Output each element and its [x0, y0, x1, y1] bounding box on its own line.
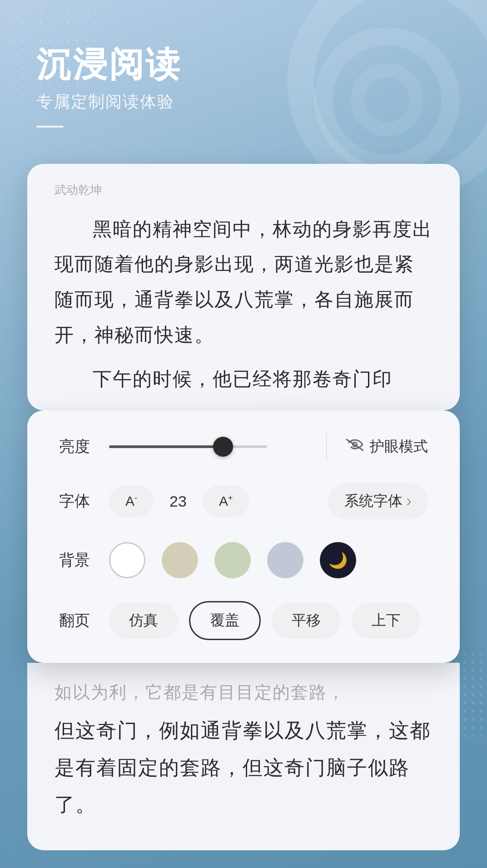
font-decrease-icon: A- — [125, 493, 137, 509]
eye-mode-control[interactable]: 护眼模式 — [345, 437, 428, 457]
bg-option-beige[interactable] — [162, 542, 198, 578]
brightness-row: 亮度 护眼模式 — [59, 433, 428, 460]
brightness-slider-wrapper[interactable] — [109, 445, 290, 448]
divider-line — [326, 433, 327, 460]
background-row: 背景 🌙 — [59, 542, 428, 578]
page-turn-row: 翻页 仿真 覆盖 平移 上下 — [59, 601, 428, 640]
header-section: 沉浸阅读 专属定制阅读体验 — [0, 0, 487, 155]
font-label: 字体 — [59, 491, 109, 512]
bg-option-white[interactable] — [109, 542, 145, 578]
brightness-label: 亮度 — [59, 436, 109, 457]
book-content-bottom: 如以为利，它都是有目目定的套路， 但这奇门，例如通背拳以及八荒掌，这都是有着固定… — [55, 676, 432, 823]
bg-option-blue[interactable] — [267, 542, 303, 578]
background-options: 🌙 — [109, 542, 428, 578]
background-label: 背景 — [59, 550, 109, 571]
font-family-button[interactable]: 系统字体 › — [328, 483, 428, 519]
font-family-arrow-icon: › — [406, 492, 412, 511]
bg-option-green[interactable] — [214, 542, 251, 578]
reading-card-top: 武动乾坤 黑暗的精神空间中，林动的身影再度出现而随着他的身影出现，两道光影也是紧… — [27, 164, 460, 410]
bg-option-dark[interactable]: 🌙 — [320, 542, 356, 578]
font-increase-button[interactable]: A+ — [203, 485, 249, 517]
page-turn-scroll[interactable]: 上下 — [352, 602, 421, 639]
font-controls: A- 23 A+ 系统字体 › — [109, 483, 428, 519]
settings-panel: 亮度 护眼模式 — [27, 410, 460, 663]
slider-fill — [109, 445, 223, 448]
wave-decoration — [27, 850, 460, 868]
eye-mode-label: 护眼模式 — [370, 437, 428, 457]
slider-thumb[interactable] — [213, 437, 233, 457]
page-turn-options: 仿真 覆盖 平移 上下 — [109, 601, 428, 640]
title-divider — [36, 126, 64, 128]
font-family-label: 系统字体 — [344, 491, 403, 511]
moon-icon: 🌙 — [328, 551, 348, 569]
page-turn-slide[interactable]: 平移 — [272, 602, 341, 639]
slider-track[interactable] — [109, 445, 267, 448]
font-row: 字体 A- 23 A+ 系统字体 › — [59, 483, 428, 519]
book-title: 武动乾坤 — [55, 182, 432, 198]
page-turn-label: 翻页 — [59, 610, 109, 631]
font-decrease-button[interactable]: A- — [109, 485, 154, 517]
eye-icon — [345, 438, 364, 455]
font-size-display: 23 — [164, 493, 192, 510]
book-content-top: 黑暗的精神空间中，林动的身影再度出现而随着他的身影出现，两道光影也是紧随而现，通… — [55, 212, 432, 397]
reading-card-bottom: 如以为利，它都是有目目定的套路， 但这奇门，例如通背拳以及八荒掌，这都是有着固定… — [27, 663, 460, 850]
page-turn-simulation[interactable]: 仿真 — [109, 602, 178, 639]
main-title: 沉浸阅读 — [36, 45, 451, 84]
page-turn-cover[interactable]: 覆盖 — [189, 601, 261, 640]
font-increase-icon: A+ — [219, 493, 233, 509]
sub-title: 专属定制阅读体验 — [36, 91, 451, 113]
